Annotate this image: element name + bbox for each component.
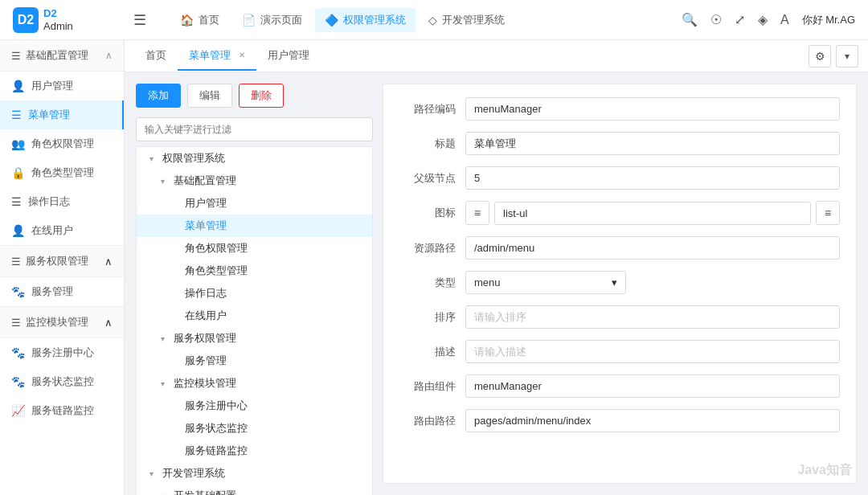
font-icon[interactable]: A [780, 13, 789, 27]
icon-right-btn[interactable]: ≡ [816, 201, 840, 225]
input-parent-node[interactable] [465, 166, 840, 190]
sidebar-item-usermgr[interactable]: 👤 用户管理 [0, 72, 124, 100]
gem-icon[interactable]: ◈ [758, 12, 768, 27]
group1-collapse-icon[interactable]: ∧ [105, 50, 113, 61]
tree-node-perm[interactable]: ▾ 权限管理系统 [137, 147, 372, 170]
tab-usermgr[interactable]: 用户管理 [256, 42, 321, 71]
nav-item-devmgr[interactable]: ◇ 开发管理系统 [419, 8, 514, 32]
tree-node-usermgr[interactable]: 用户管理 [137, 192, 372, 215]
form-row-icon: 图标 ≡ ≡ [399, 201, 840, 225]
field-icon: ≡ ≡ [465, 201, 840, 225]
tree-label-rolemgr: 角色权限管理 [185, 241, 248, 256]
field-title [465, 132, 840, 155]
action-buttons: 添加 编辑 删除 [136, 84, 373, 108]
tree-node-serviceperm[interactable]: ▾ 服务权限管理 [137, 327, 372, 350]
sidebar-item-servicestatus[interactable]: 🐾 服务状态监控 [0, 367, 124, 396]
label-route-component: 路由组件 [399, 379, 456, 394]
tree-label-perm: 权限管理系统 [162, 151, 225, 166]
select-arrow-icon: ▾ [612, 276, 617, 288]
label-icon: 图标 [399, 206, 456, 220]
icon-value-input[interactable] [494, 202, 811, 225]
sidebar: ☰ 基础配置管理 ∧ 👤 用户管理 ☰ 菜单管理 👥 角色权限管理 🔒 角色类型… [0, 40, 125, 495]
hamburger-button[interactable]: ☰ [125, 6, 154, 34]
tree-label-servicestat: 服务状态监控 [185, 421, 248, 436]
group2-collapse-icon[interactable]: ∧ [104, 256, 113, 268]
right-panel: 路径编码 标题 父级节点 [383, 84, 857, 484]
input-route-component[interactable] [465, 374, 840, 398]
delete-button[interactable]: 删除 [239, 84, 284, 108]
input-title[interactable] [465, 132, 840, 155]
input-path-code[interactable] [465, 97, 840, 121]
tree-container: ▾ 权限管理系统 ▾ 基础配置管理 用户管理 菜单管 [136, 146, 373, 495]
nav-item-home[interactable]: 🏠 首页 [170, 8, 229, 32]
label-title: 标题 [399, 137, 456, 151]
icon-group: ≡ ≡ [465, 201, 840, 225]
nav-item-demo[interactable]: 📄 演示页面 [232, 8, 312, 32]
icon-left-btn[interactable]: ≡ [465, 201, 489, 225]
sidebar-item-online[interactable]: 👤 在线用户 [0, 216, 124, 245]
field-parent-node [465, 166, 840, 190]
sidebar-item-rolemgr[interactable]: 👥 角色权限管理 [0, 129, 124, 158]
tree-node-online[interactable]: 在线用户 [137, 305, 372, 327]
tree-node-servicestat[interactable]: 服务状态监控 [137, 417, 372, 440]
tab-home[interactable]: 首页 [134, 42, 178, 71]
search-icon[interactable]: 🔍 [682, 12, 698, 27]
field-sort [465, 305, 840, 329]
sidebar-group-service-perm[interactable]: ☰ 服务权限管理 ∧ [0, 245, 124, 277]
arrow-perm: ▾ [149, 154, 159, 163]
sidebar-item-roletypemgr[interactable]: 🔒 角色类型管理 [0, 158, 124, 187]
label-parent-node: 父级节点 [399, 171, 456, 186]
label-route-path: 路由路径 [399, 414, 456, 428]
target-icon[interactable]: ☉ [710, 12, 722, 27]
tree-node-oplog[interactable]: 操作日志 [137, 282, 372, 305]
tree-node-devbasic[interactable]: ▾ 开发基础配置 [137, 485, 372, 495]
sidebar-item-servicelink[interactable]: 📈 服务链路监控 [0, 396, 124, 425]
tab-arrow-icon[interactable]: ▾ [836, 45, 858, 68]
tree-node-servicereg[interactable]: 服务注册中心 [137, 395, 372, 417]
tab-settings-icon[interactable]: ⚙ [809, 45, 831, 68]
sidebar-item-servicereg[interactable]: 🐾 服务注册中心 [0, 338, 124, 367]
sidebar-item-servicemgr[interactable]: 🐾 服务管理 [0, 277, 124, 306]
group2-icon: ☰ [11, 256, 21, 268]
logo: D2 D2 Admin [13, 7, 109, 33]
label-sort: 排序 [399, 310, 456, 325]
tree-label-devmgr: 开发管理系统 [162, 466, 225, 481]
input-route-path[interactable] [465, 409, 840, 432]
sidebar-group-monitor[interactable]: ☰ 监控模块管理 ∧ [0, 306, 124, 338]
tree-node-roletypemgr[interactable]: 角色类型管理 [137, 260, 372, 282]
type-select[interactable]: menu ▾ [465, 271, 626, 294]
group1-icon: ☰ [11, 50, 21, 62]
sidebar-group-basic-config[interactable]: ☰ 基础配置管理 ∧ [0, 40, 124, 72]
tab-menu-close[interactable]: ✕ [239, 51, 245, 59]
add-button[interactable]: 添加 [136, 84, 181, 108]
tree-node-devmgr[interactable]: ▾ 开发管理系统 [137, 462, 372, 485]
field-route-component [465, 374, 840, 398]
tree-node-menumgr[interactable]: 菜单管理 [137, 215, 372, 237]
tree-label-online: 在线用户 [185, 309, 227, 323]
tree-label-servicemgr: 服务管理 [185, 354, 227, 368]
tree-node-rolemgr[interactable]: 角色权限管理 [137, 237, 372, 260]
tree-node-monitormod[interactable]: ▾ 监控模块管理 [137, 372, 372, 395]
tab-bar: 首页 菜单管理 ✕ 用户管理 ⚙ ▾ [125, 40, 868, 72]
search-input[interactable] [136, 117, 373, 141]
tree-node-servicechain[interactable]: 服务链路监控 [137, 440, 372, 462]
sidebar-item-menumgr[interactable]: ☰ 菜单管理 [0, 100, 124, 129]
input-sort[interactable] [465, 305, 840, 329]
input-resource-path[interactable] [465, 236, 840, 260]
tree-label-servicechain: 服务链路监控 [185, 444, 248, 458]
fullscreen-icon[interactable]: ⤢ [735, 12, 745, 27]
label-desc: 描述 [399, 345, 456, 359]
home-icon: 🏠 [180, 14, 194, 27]
nav-item-permission[interactable]: 🔷 权限管理系统 [315, 8, 416, 32]
tree-label-oplog: 操作日志 [185, 286, 227, 301]
tree-node-servicemgr[interactable]: 服务管理 [137, 350, 372, 372]
edit-button[interactable]: 编辑 [187, 84, 232, 108]
service-icon: 🐾 [11, 285, 25, 298]
input-desc[interactable] [465, 340, 840, 363]
user-greeting[interactable]: 你好 Mr.AG [802, 13, 855, 27]
tree-node-basiccfg[interactable]: ▾ 基础配置管理 [137, 170, 372, 192]
sidebar-item-oplog[interactable]: ☰ 操作日志 [0, 187, 124, 216]
tab-menu[interactable]: 菜单管理 ✕ [178, 42, 256, 71]
form-row-route-component: 路由组件 [399, 374, 840, 398]
group3-collapse-icon[interactable]: ∧ [104, 317, 113, 329]
